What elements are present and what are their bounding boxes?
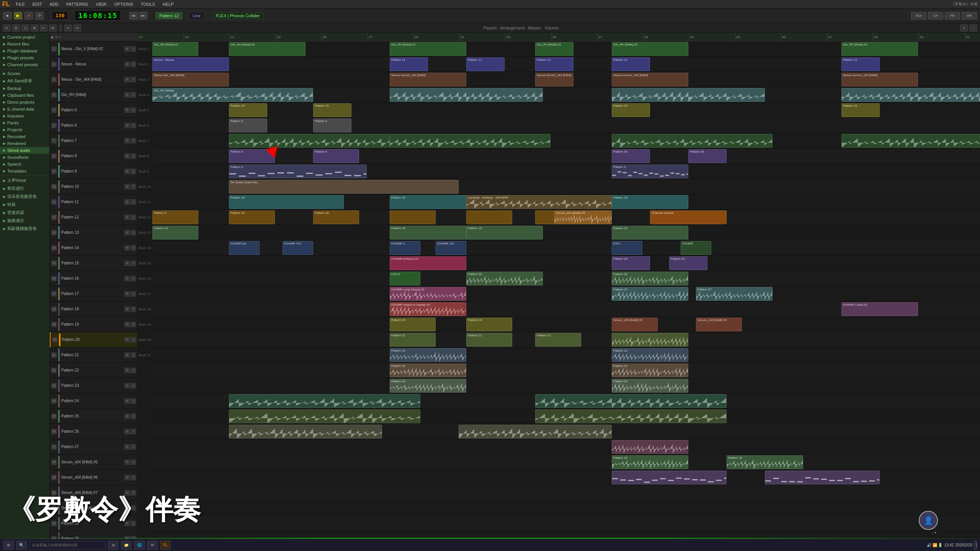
track-mute-button[interactable]: M: [124, 291, 130, 297]
pattern-block-73[interactable]: Serum_x64 [64bit] #9: [612, 318, 658, 331]
track-row-13[interactable]: 13 Pattern 13 M S: [50, 225, 137, 240]
pattern-block-37[interactable]: 5w Snare Snare 5w...: [229, 180, 459, 194]
track-mute-button[interactable]: M: [124, 368, 130, 373]
pattern-block-57[interactable]: KSHMR 7#2: [436, 241, 466, 255]
track-row-3[interactable]: 3 Nexus - Ser_x64 [64bit] M S: [50, 72, 137, 87]
track-lane-4[interactable]: Gin_RV [64bit]: [152, 87, 980, 103]
pattern-block-33[interactable]: Pattern 34: [612, 149, 650, 163]
track-solo-button[interactable]: S: [131, 444, 136, 450]
pattern-block-43[interactable]: Pattern 18: [229, 210, 275, 224]
browser-channel-instruments[interactable]: ▶管道武器: [0, 209, 49, 217]
pattern-block-45[interactable]: [390, 210, 436, 224]
pattern-block-62[interactable]: Pattern 25: [669, 256, 707, 270]
track-solo-button[interactable]: S: [131, 92, 136, 98]
pattern-block-27[interactable]: [229, 134, 390, 148]
track-row-15[interactable]: 15 Pattern 15 M S: [50, 256, 137, 271]
track-row-30[interactable]: 30 Serum_x64 [64bit] #7 M S: [50, 485, 137, 500]
browser-bell[interactable]: ▶铃鼓: [0, 201, 49, 209]
pattern-block-6[interactable]: Nexus - Nexus: [152, 57, 229, 71]
track-mute-button[interactable]: M: [124, 199, 130, 205]
track-solo-button[interactable]: S: [131, 352, 136, 358]
zoom-out[interactable]: -: [969, 24, 977, 31]
track-lane-14[interactable]: KSHMR [A]KSHMR 7#2KSHMR 2-KSHMR 7#2KSH..…: [152, 240, 980, 256]
toolbar-undo[interactable]: ↩: [64, 24, 72, 31]
browser-impulses[interactable]: ▶Impulses: [0, 112, 49, 119]
browser-packs[interactable]: ▶Packs: [0, 119, 49, 126]
toolbar-zoom[interactable]: ⊕: [31, 24, 38, 31]
pattern-block-88[interactable]: [535, 409, 727, 423]
browser-vocal[interactable]: ▶人声Vocal: [0, 176, 49, 184]
pattern-block-30[interactable]: [841, 134, 980, 148]
fl-taskbar-button[interactable]: FL: [160, 541, 171, 550]
pattern-block-52[interactable]: Pattern 19: [466, 226, 543, 240]
pattern-block-50[interactable]: Pattern 10: [152, 226, 198, 240]
track-solo-button[interactable]: S: [131, 123, 136, 128]
track-lane-18[interactable]: KSHMR Impact w Sweep 04KSHMR Crash 02: [152, 302, 980, 317]
pattern-block-31[interactable]: Pattern 6: [229, 149, 275, 163]
track-solo-button[interactable]: S: [131, 490, 136, 496]
pattern-block-67[interactable]: Pattern 27: [612, 287, 688, 301]
stop-button[interactable]: ■: [3, 12, 11, 20]
track-solo-button[interactable]: S: [131, 337, 136, 342]
pattern-block-46[interactable]: [466, 210, 512, 224]
menu-tools[interactable]: TOOLS: [139, 1, 157, 7]
pattern-block-13[interactable]: Nexus-Serum_x64 [64bit]: [390, 73, 466, 86]
pattern-block-89[interactable]: [229, 425, 382, 439]
pattern-block-15[interactable]: Nexus-Serum_x64 [64bit]: [612, 73, 688, 86]
pattern-block-80[interactable]: Pattern 22: [612, 348, 688, 362]
track-row-7[interactable]: 7 Pattern 7 M S: [50, 133, 137, 148]
ff-button[interactable]: ⏭: [139, 12, 147, 20]
track-lane-23[interactable]: Pattern 24Pattern 24: [152, 378, 980, 393]
mixer-button[interactable]: MIX: [911, 12, 926, 20]
pattern-block-26[interactable]: Pattern 6: [313, 119, 351, 132]
track-row-11[interactable]: 11 Pattern 11 M S: [50, 194, 137, 210]
track-lane-16[interactable]: KSH-ZPattern 26Pattern 26: [152, 271, 980, 286]
pattern-block-24[interactable]: Pattern 15: [841, 103, 880, 117]
track-solo-button[interactable]: S: [131, 322, 136, 327]
browser-chord-progression[interactable]: ▶和弦进行: [0, 184, 49, 192]
browser-il-shared[interactable]: ▶IL shared data: [0, 106, 49, 112]
pattern-block-74[interactable]: Serum_x64 [64bit] #9: [696, 318, 742, 331]
start-button[interactable]: ⊞: [3, 541, 14, 550]
track-solo-button[interactable]: S: [131, 291, 136, 297]
taskbar-search[interactable]: [29, 541, 106, 549]
pattern-block-94[interactable]: [612, 471, 727, 484]
track-row-9[interactable]: 9 Pattern 9 M S: [50, 164, 137, 179]
browser-aasand[interactable]: ▶AA.Sand音骨: [0, 77, 49, 85]
pattern-block-42[interactable]: Pattern 9: [152, 210, 198, 224]
track-row-14[interactable]: 14 Pattern 14 M S: [50, 240, 137, 256]
track-mute-button[interactable]: M: [124, 261, 130, 266]
pattern-block-59[interactable]: KSHMR: [681, 241, 711, 255]
menu-help[interactable]: HELP: [161, 1, 175, 7]
toolbar-redo[interactable]: ↪: [74, 24, 81, 31]
track-solo-button[interactable]: S: [131, 169, 136, 174]
track-mute-button[interactable]: M: [124, 276, 130, 281]
pattern-block-19[interactable]: [612, 88, 765, 102]
pattern-block-38[interactable]: Pattern 16: [229, 195, 344, 209]
track-solo-button[interactable]: S: [131, 505, 136, 511]
track-lane-3[interactable]: Nexus-Ser_x64 [64bit]Nexus-Serum_x64 [64…: [152, 72, 980, 87]
track-lane-25[interactable]: [152, 409, 980, 424]
pattern-block-44[interactable]: Pattern 18: [313, 210, 359, 224]
track-lane-12[interactable]: Pattern 9Pattern 18Pattern 18Serum_x64 […: [152, 210, 980, 225]
pattern-block-78[interactable]: [612, 333, 688, 347]
track-row-23[interactable]: 23 Pattern 23 M S: [50, 378, 137, 393]
toolbar-cut[interactable]: ✂: [40, 24, 47, 31]
pattern-block-55[interactable]: KSHMR 7#2: [283, 241, 313, 255]
pattern-block-36[interactable]: Pattern 9: [612, 165, 688, 178]
pattern-block-95[interactable]: [765, 471, 880, 484]
track-solo-button[interactable]: S: [131, 276, 136, 281]
track-lane-11[interactable]: Pattern 16Pattern 16Cymbals - Buildup - …: [152, 194, 980, 210]
track-solo-button[interactable]: S: [131, 521, 136, 526]
pattern-block-35[interactable]: Pattern 9: [229, 165, 367, 178]
track-mute-button[interactable]: M: [124, 475, 130, 480]
menu-add[interactable]: ADD: [48, 1, 60, 7]
pattern-block-25[interactable]: Pattern 6: [229, 119, 267, 132]
pattern-block-16[interactable]: Nexus-Serum_x64 [64bit]: [841, 73, 918, 86]
track-lane-7[interactable]: [152, 133, 980, 148]
browser-taskbar-button[interactable]: 🌐: [134, 541, 145, 550]
pattern-block-9[interactable]: Pattern 11: [535, 57, 573, 71]
track-mute-button[interactable]: M: [124, 490, 130, 496]
pattern-canvas[interactable]: Gin_RV [64bit] #2Gin_RV [64bit] #3Gin_RV…: [152, 41, 980, 541]
track-lane-20[interactable]: Pattern 21Pattern 21Pattern 21: [152, 332, 980, 347]
